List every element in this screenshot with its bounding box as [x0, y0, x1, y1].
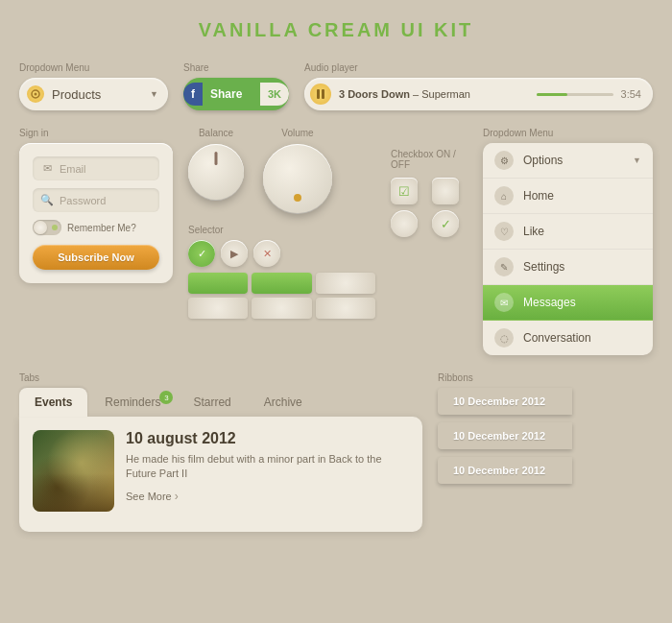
balance-knob-indicator [215, 152, 218, 165]
ribbon-3-body: 10 December 2012 [438, 457, 572, 484]
menu-item-home-label: Home [523, 189, 641, 203]
grid-btn-1[interactable] [188, 273, 248, 294]
menu-item-like-label: Like [523, 225, 641, 238]
ribbon-3-text: 10 December 2012 [453, 465, 545, 476]
signin-section: Sign in ✉ Email 🔍 Password Remember Me? [19, 128, 173, 355]
email-placeholder: Email [60, 163, 152, 175]
ribbon-2: 10 December 2012 [438, 422, 653, 449]
tab-image-overlay [33, 473, 114, 512]
home-icon: ⌂ [494, 186, 514, 205]
grid-btn-4[interactable] [188, 298, 248, 319]
selector-btns-row: ✓ ▶ ✕ [188, 240, 375, 267]
signin-label: Sign in [19, 128, 173, 138]
checkbox-1[interactable]: ☑ [391, 178, 418, 204]
tab-description: He made his film debut with a minor part… [126, 452, 409, 482]
checkbox-section: Checkbox ON / OFF ☑ ✓ [391, 128, 468, 355]
menu-item-messages[interactable]: ✉ Messages [483, 285, 653, 321]
tab-reminders[interactable]: Reminders 3 [89, 388, 176, 417]
share-section: Share f Share 3K [183, 62, 289, 110]
audio-player: 3 Doors Down – Superman 3:54 [304, 78, 653, 110]
checkbox-label: Checkbox ON / OFF [391, 149, 468, 170]
checkbox-2[interactable] [432, 178, 459, 204]
radio-1[interactable] [391, 210, 418, 237]
bottom-row: Tabs Events Reminders 3 Starred Archive [19, 372, 653, 532]
audio-pause-button[interactable] [310, 84, 331, 105]
selector-x-btn[interactable]: ✕ [253, 240, 280, 267]
options-arrow-icon: ▼ [633, 156, 641, 165]
volume-knob[interactable] [263, 144, 332, 213]
ribbon-1-body: 10 December 2012 [438, 388, 572, 415]
menu-item-settings-label: Settings [523, 260, 641, 274]
share-button[interactable]: f Share 3K [183, 78, 289, 110]
tab-text-content: 10 august 2012 He made his film debut wi… [126, 430, 409, 512]
grid-btn-6[interactable] [316, 298, 375, 319]
email-icon: ✉ [40, 162, 54, 175]
tab-events-label: Events [35, 395, 72, 409]
ribbons-section-label: Ribbons [438, 372, 653, 383]
ribbon-2-body: 10 December 2012 [438, 422, 572, 449]
audio-section: Audio player 3 Doors Down – Superman 3:5 [304, 62, 653, 110]
pause-bar-left [317, 89, 320, 99]
menu-item-home[interactable]: ⌂ Home [483, 179, 653, 214]
grid-selectors [188, 273, 375, 319]
share-section-label: Share [183, 62, 289, 73]
password-field[interactable]: 🔍 Password [33, 188, 159, 212]
subscribe-button[interactable]: Subscribe Now [33, 245, 159, 270]
menu-item-like[interactable]: ♡ Like [483, 214, 653, 250]
share-count: 3K [260, 83, 289, 106]
remember-toggle[interactable] [33, 220, 61, 235]
menu-item-options-label: Options [523, 154, 633, 167]
tabs-section-label: Tabs [19, 372, 422, 383]
pause-icon [317, 89, 324, 99]
tab-starred-label: Starred [193, 395, 230, 409]
tab-archive[interactable]: Archive [249, 388, 318, 417]
tabs-section: Tabs Events Reminders 3 Starred Archive [19, 372, 422, 532]
tab-archive-label: Archive [264, 395, 302, 409]
tab-starred[interactable]: Starred [178, 388, 246, 417]
tab-events[interactable]: Events [19, 388, 87, 417]
tab-more-link[interactable]: See More › [126, 490, 409, 503]
tab-reminders-label: Reminders [105, 395, 160, 409]
menu-item-messages-label: Messages [523, 296, 641, 309]
balance-knob-wrapper: Balance [188, 128, 244, 213]
audio-section-label: Audio player [304, 62, 653, 73]
ribbon-1-text: 10 December 2012 [453, 395, 545, 407]
page-wrapper: VANILLA CREAM UI KIT Dropdown Menu Produ… [0, 0, 672, 623]
like-icon: ♡ [494, 222, 514, 241]
dropdown-value: Products [52, 87, 150, 102]
volume-label: Volume [281, 128, 313, 138]
grid-btn-3[interactable] [316, 273, 375, 294]
signin-box: ✉ Email 🔍 Password Remember Me? Subscrib… [19, 143, 173, 283]
messages-icon: ✉ [494, 293, 514, 312]
settings-icon: ✎ [494, 257, 514, 276]
balance-label: Balance [199, 128, 233, 138]
grid-btn-5[interactable] [252, 298, 311, 319]
audio-time: 3:54 [621, 88, 641, 100]
balance-knob[interactable] [188, 144, 244, 200]
password-icon: 🔍 [40, 194, 54, 206]
selector-play-btn[interactable]: ▶ [221, 240, 248, 267]
menu-item-settings[interactable]: ✎ Settings [483, 250, 653, 285]
selector-check-btn[interactable]: ✓ [188, 240, 215, 267]
selector-label: Selector [188, 225, 375, 235]
menu-item-options[interactable]: ⚙ Options ▼ [483, 143, 653, 179]
reminders-badge: 3 [159, 391, 173, 404]
email-field[interactable]: ✉ Email [33, 156, 159, 180]
tabs-nav: Events Reminders 3 Starred Archive [19, 388, 422, 417]
audio-progress-bar[interactable] [537, 93, 613, 96]
page-title: VANILLA CREAM UI KIT [19, 19, 653, 41]
dropdown-menu-trigger[interactable]: Products ▼ [19, 78, 168, 110]
menu-item-conversation[interactable]: ◌ Conversation [483, 321, 653, 355]
volume-knob-wrapper: Volume [263, 128, 332, 213]
radio-2[interactable]: ✓ [432, 210, 459, 237]
toggle-knob [34, 221, 47, 234]
dropdown-arrow-icon: ▼ [150, 89, 158, 99]
grid-btn-2[interactable] [252, 273, 311, 294]
audio-progress-fill [537, 93, 567, 96]
audio-separator: – [413, 88, 421, 100]
tab-more-label: See More [126, 491, 172, 502]
tabs-content: 10 august 2012 He made his film debut wi… [19, 417, 422, 532]
volume-knob-dot [294, 194, 301, 202]
toggle-dot [52, 225, 58, 230]
remember-row: Remember Me? [33, 220, 159, 235]
